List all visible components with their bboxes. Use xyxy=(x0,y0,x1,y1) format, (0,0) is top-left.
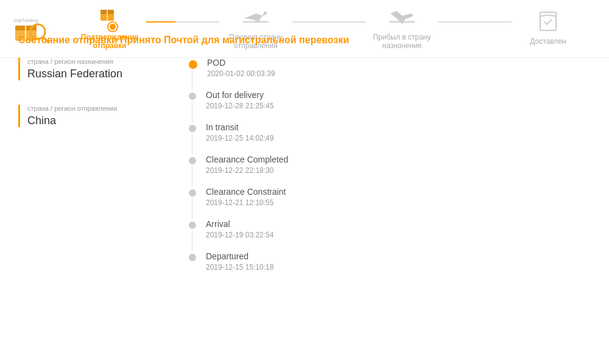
timeline-item: Departured2019-12-15 15:10:18 xyxy=(189,251,591,271)
page-wrapper: Ship Tracking Подтверждение отправки xyxy=(0,0,609,364)
step-confirmation: Подтверждение отправки xyxy=(73,5,146,57)
origin-label: страна / регион отправления xyxy=(27,105,177,112)
timeline-content: Clearance Constraint2019-12-21 12:10:55 xyxy=(206,187,286,207)
timeline-event-date: 2019-12-21 12:10:55 xyxy=(206,198,286,207)
timeline-event-label: Clearance Constraint xyxy=(206,187,286,197)
tracking-steps: Подтверждение отправки Покинул страну от… xyxy=(61,5,597,57)
timeline-panel: POD2020-01-02 00:03:39Out for delivery20… xyxy=(177,58,591,284)
timeline-event-date: 2019-12-19 03:22:54 xyxy=(206,231,273,239)
timeline-dot xyxy=(189,60,197,69)
country-info-panel: страна / регион назначения Russian Feder… xyxy=(18,58,177,284)
connector-2 xyxy=(292,21,365,23)
timeline-content: In transit2019-12-25 14:02:49 xyxy=(206,122,273,142)
timeline-event-label: Departured xyxy=(206,251,273,261)
svg-text:Tracking: Tracking xyxy=(22,18,38,23)
destination-country: Russian Federation xyxy=(27,68,177,80)
main-content: Состояние отправки Принято Почтой для ма… xyxy=(0,23,609,296)
top-bar: Ship Tracking Подтверждение отправки xyxy=(0,0,609,58)
timeline-item: In transit2019-12-25 14:02:49 xyxy=(189,122,591,142)
destination-label: страна / регион назначения xyxy=(27,58,177,65)
connector-3 xyxy=(438,21,512,23)
timeline-item: POD2020-01-02 00:03:39 xyxy=(189,58,591,78)
timeline-dot xyxy=(189,125,196,132)
timeline-item: Arrival2019-12-19 03:22:54 xyxy=(189,219,591,239)
timeline-event-label: In transit xyxy=(206,122,273,132)
timeline-event-date: 2019-12-22 22:18:30 xyxy=(206,166,288,175)
step-delivered-label: Доставлен xyxy=(530,37,566,53)
timeline-item: Out for delivery2019-12-28 21:25:45 xyxy=(189,90,591,110)
timeline-content: POD2020-01-02 00:03:39 xyxy=(207,58,275,78)
step-arrived-label: Прибыл в страну назначения xyxy=(365,33,438,57)
step-delivered: Доставлен xyxy=(512,9,585,53)
step-left-country: Покинул страну отправления xyxy=(219,5,292,57)
status-prefix: Состояние отправки xyxy=(18,35,118,45)
timeline-content: Arrival2019-12-19 03:22:54 xyxy=(206,219,273,239)
origin-country: China xyxy=(27,114,177,127)
destination-block: страна / регион назначения Russian Feder… xyxy=(18,58,177,80)
timeline-dot xyxy=(189,189,196,197)
timeline-content: Departured2019-12-15 15:10:18 xyxy=(206,251,273,271)
step-arrived: Прибыл в страну назначения xyxy=(365,5,438,57)
timeline-dot xyxy=(189,93,196,100)
timeline-event-date: 2019-12-28 21:25:45 xyxy=(206,102,273,110)
timeline-event-label: Clearance Completed xyxy=(206,155,288,164)
status-value: Принято Почтой для магистральной перевоз… xyxy=(120,35,349,45)
timeline-event-label: Out for delivery xyxy=(206,90,273,100)
connector-1 xyxy=(146,21,219,23)
timeline-event-date: 2019-12-15 15:10:18 xyxy=(206,263,273,271)
timeline-event-label: POD xyxy=(207,58,275,68)
origin-block: страна / регион отправления China xyxy=(18,105,177,127)
timeline-event-date: 2020-01-02 00:03:39 xyxy=(207,69,275,78)
timeline-dot xyxy=(189,254,196,261)
timeline-event-label: Arrival xyxy=(206,219,273,229)
timeline-content: Out for delivery2019-12-28 21:25:45 xyxy=(206,90,273,110)
timeline-item: Clearance Constraint2019-12-21 12:10:55 xyxy=(189,187,591,207)
timeline-event-date: 2019-12-25 14:02:49 xyxy=(206,134,273,142)
timeline-content: Clearance Completed2019-12-22 22:18:30 xyxy=(206,155,288,175)
timeline-list: POD2020-01-02 00:03:39Out for delivery20… xyxy=(189,58,591,271)
timeline-item: Clearance Completed2019-12-22 22:18:30 xyxy=(189,155,591,175)
svg-text:Ship: Ship xyxy=(13,18,22,23)
timeline-dot xyxy=(189,222,196,229)
timeline-dot xyxy=(189,157,196,164)
